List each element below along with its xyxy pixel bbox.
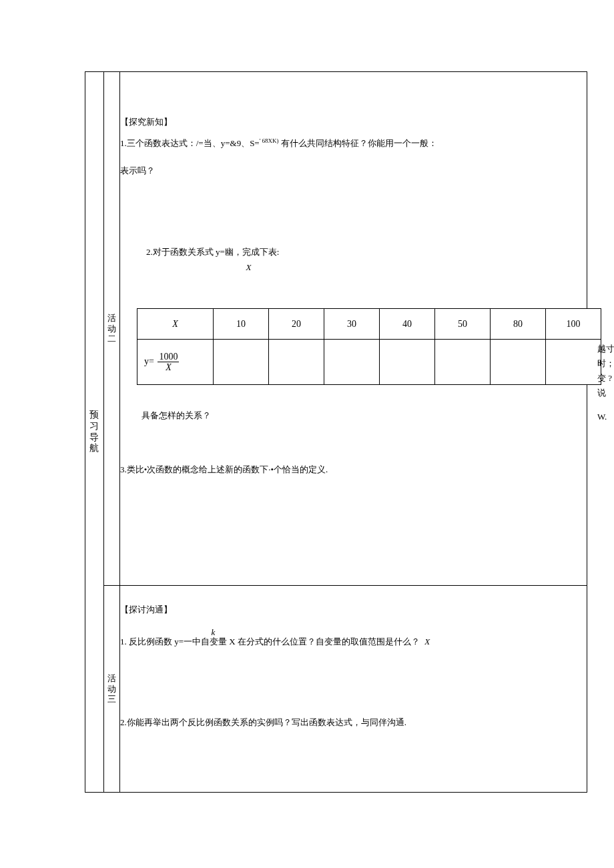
q2-1-part-b: 有什么共同结构特征？你能用一个一般： [279, 138, 437, 148]
margin-w: W. [597, 412, 607, 422]
blank-space-3 [120, 483, 587, 543]
section-2-title: 【探究新知】 [120, 114, 587, 129]
q2-after-table: 具备怎样的关系？ [141, 410, 211, 422]
cell-x-100: 100 [546, 309, 601, 340]
q2-2-frac-bot-holder: X [246, 260, 587, 275]
cell-y-10 [214, 340, 269, 385]
q3-1-x: X [424, 636, 430, 646]
y-eq: y= [144, 356, 154, 366]
blank-space [120, 184, 587, 244]
cell-y-label: y= 1000 X [137, 340, 214, 385]
cell-x-30: 30 [324, 309, 380, 340]
activity-3-content: 【探讨沟通】 k 1. 反比例函数 y=一中自变量 X 在分式的什么位置？自变量… [120, 586, 587, 793]
margin-line: 说 [597, 386, 613, 400]
left-rail-label: 预习导航 [85, 72, 104, 793]
q2-2-text: 2.对于函数关系式 y=幽，完成下表: [146, 247, 279, 257]
blank-space-5 [120, 736, 587, 776]
activity-2-label-cell: 活动二 [104, 72, 120, 586]
q3-1-text: 1. 反比例函数 y=一中自变量 X 在分式的什么位置？自变量的取值范围是什么？ [120, 636, 420, 646]
cell-y-100 [546, 340, 601, 385]
x-label: X [172, 319, 178, 329]
margin-fragments: 越寸 时； 变 ? 说 [597, 342, 613, 400]
fraction: 1000 X [158, 352, 179, 373]
cell-x-80: 80 [491, 309, 546, 340]
q2-1-line2: 表示吗？ [120, 163, 587, 178]
q2-2-line: 2.对于函数关系式 y=幽，完成下表: [120, 244, 587, 260]
activity-2-label: 活动二 [107, 313, 116, 344]
left-rail-text: 预习导航 [89, 410, 100, 453]
margin-line: 变 ? [597, 371, 613, 386]
table-row: X 10 20 30 40 50 80 100 [137, 309, 601, 340]
worksheet-outer-table: 预习导航 活动二 【探究新知】 1.三个函数表达式：/=当、y=&9、S=' 6… [85, 71, 587, 793]
gap [120, 623, 587, 634]
cell-y-80 [491, 340, 546, 385]
q2-1-line1: 1.三个函数表达式：/=当、y=&9、S=' 68XK) 有什么共同结构特征？你… [120, 135, 587, 151]
cell-x-20: 20 [269, 309, 324, 340]
q2-1-part-a: 1.三个函数表达式：/=当、y=&9、S= [120, 138, 260, 148]
cell-y-40 [380, 340, 435, 385]
section-3-title: 【探讨沟通】 [120, 602, 587, 617]
q2-3: 3.类比•次函数的概念给上述新的函数下·•个恰当的定义. [120, 462, 587, 477]
cell-x-10: 10 [214, 309, 269, 340]
cell-y-30 [324, 340, 380, 385]
q3-2: 2.你能再举出两个反比例函数关系的实例吗？写出函数表达式，与同伴沟通. [120, 715, 587, 730]
blank-space-4 [120, 655, 587, 715]
activity-3-label-cell: 活动三 [104, 586, 120, 793]
activity-3-label: 活动三 [107, 673, 116, 704]
fraction-denominator: X [158, 362, 179, 372]
table-row: y= 1000 X [137, 340, 601, 385]
cell-y-50 [435, 340, 491, 385]
q2-2-frac-bot: X [246, 262, 252, 272]
xy-data-table: X 10 20 30 40 50 80 100 y= 1000 X [137, 308, 601, 385]
q2-1-sup: ' 68XK) [260, 137, 279, 144]
cell-y-20 [269, 340, 324, 385]
margin-line: 越寸 [597, 342, 613, 356]
q3-1-k: k [212, 624, 216, 640]
cell-x-label: X [137, 309, 214, 340]
q3-1: k 1. 反比例函数 y=一中自变量 X 在分式的什么位置？自变量的取值范围是什… [120, 634, 587, 649]
cell-x-50: 50 [435, 309, 491, 340]
fraction-numerator: 1000 [158, 352, 179, 362]
margin-line: 时； [597, 356, 613, 371]
cell-x-40: 40 [380, 309, 435, 340]
